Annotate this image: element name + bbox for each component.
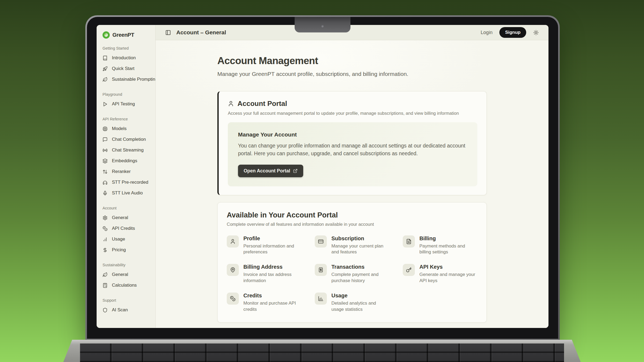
- user-icon: [228, 101, 234, 107]
- laptop-bezel: GreenPT Getting Started Introduction Qui…: [87, 17, 558, 339]
- sidebar-item-label: API Testing: [112, 101, 135, 107]
- feature-desc: Detailed analytics and usage statistics: [331, 300, 389, 313]
- feature-title: Profile: [243, 235, 301, 242]
- sidebar-item-label: STT Pre-recorded: [112, 180, 148, 185]
- section-label: Getting Started: [103, 46, 153, 50]
- gear-icon: [103, 215, 108, 220]
- sidebar-item-api-testing[interactable]: API Testing: [103, 99, 153, 109]
- sidebar: GreenPT Getting Started Introduction Qui…: [97, 25, 156, 328]
- calculator-icon: [103, 283, 108, 288]
- section-label: Sustainability: [103, 263, 153, 267]
- page-title: Account Management: [217, 55, 487, 67]
- sidebar-item-label: Embeddings: [112, 158, 137, 164]
- user-icon: [230, 239, 236, 244]
- credit-card-icon: [318, 239, 324, 244]
- account-portal-card: Account Portal Access your full account …: [217, 91, 487, 195]
- feature-desc: Monitor and purchase API credits: [243, 300, 301, 313]
- sidebar-item-introduction[interactable]: Introduction: [103, 53, 153, 63]
- feature-desc: Personal information and preferences: [243, 243, 301, 256]
- card-description: Access your full account management port…: [228, 111, 477, 116]
- brand-logo[interactable]: GreenPT: [103, 31, 153, 39]
- feature-billing: Billing Payment methods and billing sett…: [403, 235, 477, 256]
- feature-desc: Generate and manage your API keys: [419, 272, 477, 284]
- sidebar-item-stt-pre-recorded[interactable]: STT Pre-recorded: [103, 177, 153, 188]
- camera-dot: [321, 25, 324, 28]
- file-text-icon: [406, 239, 412, 244]
- message-square-icon: [103, 137, 108, 142]
- feature-desc: Invoice and tax address information: [243, 272, 301, 284]
- sidebar-item-stt-live-audio[interactable]: STT Live Audio: [103, 188, 153, 198]
- theme-toggle-sun-icon[interactable]: [533, 30, 539, 35]
- card-title: Account Portal: [237, 99, 287, 108]
- button-label: Open Account Portal: [244, 168, 290, 174]
- sidebar-item-calculations[interactable]: Calculations: [103, 280, 153, 291]
- sidebar-item-sustainability-general[interactable]: General: [103, 269, 153, 280]
- feature-transactions: Transactions Complete payment and purcha…: [315, 264, 389, 284]
- sidebar-item-label: General: [112, 215, 128, 220]
- feature-title: Subscription: [331, 235, 389, 242]
- login-link[interactable]: Login: [481, 30, 492, 35]
- laptop-keyboard: [80, 343, 564, 362]
- sidebar-item-label: STT Live Audio: [112, 190, 143, 196]
- feature-desc: Manage your current plan and features: [331, 243, 389, 256]
- sidebar-item-label: Pricing: [112, 247, 126, 253]
- sidebar-item-label: Quick Start: [112, 66, 134, 71]
- feature-usage: Usage Detailed analytics and usage stati…: [315, 293, 389, 313]
- sidebar-item-account-general[interactable]: General: [103, 212, 153, 223]
- sidebar-item-quick-start[interactable]: Quick Start: [103, 63, 153, 74]
- sidebar-section-api-reference: API Reference Models Chat Completion Cha…: [103, 117, 153, 198]
- section-label: Support: [103, 298, 153, 302]
- feature-desc: Complete payment and purchase history: [331, 272, 389, 284]
- content-column: Account – General Login Signup Account M…: [156, 25, 548, 328]
- sidebar-toggle-icon[interactable]: [165, 30, 171, 35]
- sidebar-item-pricing[interactable]: Pricing: [103, 245, 153, 255]
- open-account-portal-button[interactable]: Open Account Portal: [238, 165, 303, 177]
- section-label: Account: [103, 206, 153, 210]
- laptop-base: [63, 340, 581, 362]
- sidebar-item-sustainable-prompting[interactable]: Sustainable Prompting: [103, 74, 153, 85]
- sidebar-item-usage[interactable]: Usage: [103, 234, 153, 245]
- sidebar-item-ai-scan[interactable]: AI Scan: [103, 305, 153, 315]
- arrow-up-down-icon: [103, 169, 108, 174]
- sidebar-item-label: AI Scan: [112, 307, 128, 313]
- receipt-dollar-icon: [318, 267, 324, 273]
- card-title: Available in Your Account Portal: [227, 211, 477, 219]
- shield-icon: [103, 308, 108, 313]
- greenpt-logo-icon: [103, 31, 110, 39]
- sidebar-item-models[interactable]: Models: [103, 123, 153, 134]
- feature-credits: Credits Monitor and purchase API credits: [227, 293, 301, 313]
- sidebar-item-chat-streaming[interactable]: Chat Streaming: [103, 145, 153, 156]
- cpu-icon: [103, 126, 108, 131]
- sidebar-section-support: Support AI Scan: [103, 298, 153, 315]
- sidebar-item-label: Calculations: [112, 283, 137, 288]
- signup-button[interactable]: Signup: [499, 27, 526, 38]
- sidebar-item-reranker[interactable]: Reranker: [103, 166, 153, 177]
- brand-name: GreenPT: [112, 32, 134, 38]
- coins-icon: [230, 296, 236, 301]
- feature-title: Transactions: [331, 264, 389, 270]
- feature-title: Billing: [419, 235, 477, 242]
- laptop-frame: GreenPT Getting Started Introduction Qui…: [85, 15, 560, 340]
- main-content: Account Management Manage your GreenPT a…: [156, 40, 548, 328]
- play-icon: [103, 102, 108, 107]
- feature-subscription: Subscription Manage your current plan an…: [315, 235, 389, 256]
- sidebar-item-label: General: [112, 272, 128, 277]
- app-window: GreenPT Getting Started Introduction Qui…: [97, 25, 548, 328]
- sidebar-item-api-credits[interactable]: API Credits: [103, 223, 153, 234]
- microphone-icon: [103, 191, 108, 196]
- leaf-icon: [103, 77, 108, 82]
- sidebar-item-embeddings[interactable]: Embeddings: [103, 156, 153, 166]
- chart-column-icon: [318, 296, 324, 301]
- sidebar-item-label: Usage: [112, 237, 125, 242]
- rocket-icon: [103, 66, 108, 71]
- feature-title: Billing Address: [243, 264, 301, 270]
- sidebar-section-sustainability: Sustainability General Calculations: [103, 263, 153, 291]
- sidebar-item-label: Chat Streaming: [112, 147, 144, 153]
- leaf-icon: [103, 272, 108, 277]
- sidebar-item-chat-completion[interactable]: Chat Completion: [103, 134, 153, 145]
- feature-billing-address: Billing Address Invoice and tax address …: [227, 264, 301, 284]
- coins-icon: [103, 226, 108, 231]
- manage-box-body: You can change your profile information …: [238, 142, 467, 158]
- topbar-actions: Login Signup: [481, 27, 539, 38]
- feature-title: Credits: [243, 293, 301, 299]
